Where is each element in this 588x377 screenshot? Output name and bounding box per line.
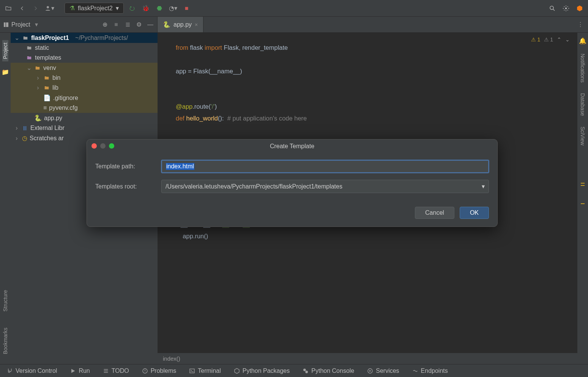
template-path-label: Template path: — [95, 163, 161, 170]
modal-overlay: Create Template Template path: index.htm… — [0, 0, 588, 377]
window-controls — [91, 143, 114, 149]
minimize-window-icon[interactable] — [100, 143, 106, 149]
cancel-button[interactable]: Cancel — [415, 207, 454, 219]
dialog-titlebar: Create Template — [87, 139, 497, 153]
dialog-title: Create Template — [270, 143, 314, 150]
close-window-icon[interactable] — [91, 143, 97, 149]
templates-root-select[interactable]: /Users/valeria.letusheva/PycharmProjects… — [161, 180, 489, 193]
create-template-dialog: Create Template Template path: index.htm… — [87, 139, 498, 227]
ok-button[interactable]: OK — [460, 207, 489, 219]
templates-root-label: Templates root: — [95, 183, 161, 190]
zoom-window-icon[interactable] — [109, 143, 114, 149]
chevron-down-icon: ▾ — [482, 183, 485, 190]
template-path-input[interactable]: index.html — [161, 160, 489, 173]
